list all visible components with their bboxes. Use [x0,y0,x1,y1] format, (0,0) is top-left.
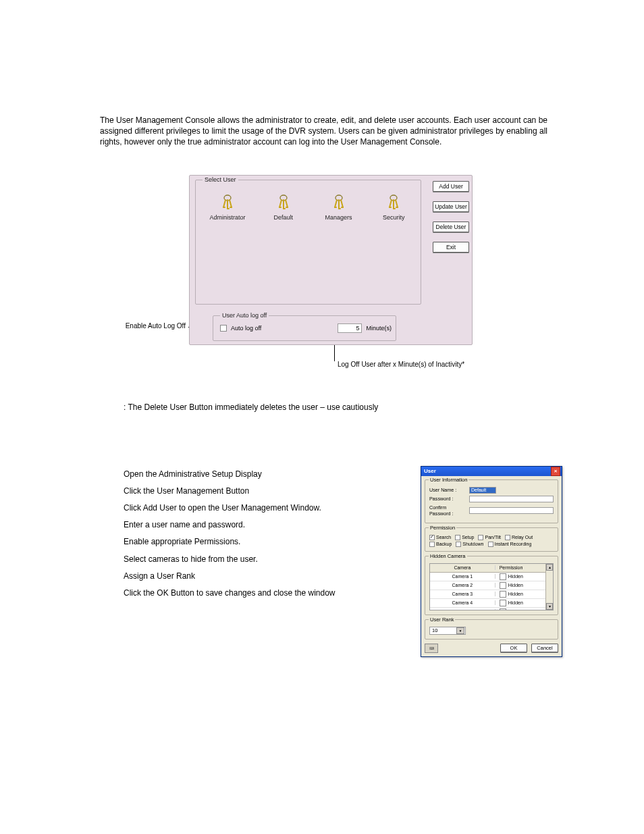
scroll-up-icon[interactable]: ▴ [546,564,553,571]
permission-label: Shutdown [462,542,483,546]
hidden-label: Hidden [508,583,523,588]
checkbox-icon [488,542,493,547]
hidden-label: Hidden [508,592,523,596]
step-line: Enter a user name and password. [124,517,421,533]
keys-icon [275,194,292,211]
user-dialog: User × User Information User Name : Defa… [421,466,562,657]
add-user-button[interactable]: Add User [433,181,469,192]
permission-label: Setup [462,535,474,540]
permission-instant-recording[interactable]: Instant Recording [488,542,532,547]
permission-label: Backup [436,542,452,546]
step-line: Click Add User to open the User Manageme… [124,500,421,517]
checkbox-icon [429,535,435,540]
hidden-checkbox[interactable] [500,591,506,598]
auto-logoff-label: Auto log off [231,325,261,332]
hidden-camera-list[interactable]: Camera Permission Camera 1HiddenCamera 2… [429,563,554,610]
keys-icon [219,194,236,211]
hidden-checkbox[interactable] [500,608,506,610]
hidden-label: Hidden [508,600,523,605]
keyboard-icon[interactable]: ⌨ [425,644,438,653]
hidden-camera-row[interactable]: Camera 2Hidden [430,581,546,590]
user-information-group: User Information User Name : Default Pas… [425,479,558,523]
chevron-down-icon[interactable]: ▼ [456,627,464,634]
confirm-password-field[interactable] [469,507,554,514]
user-rank-combo[interactable]: 10 ▼ [429,627,466,635]
intro-paragraph: The User Management Console allows the a… [100,115,547,148]
user-information-legend: User Information [429,477,468,483]
camera-name: Camera 5 [430,609,495,610]
permission-backup[interactable]: Backup [429,542,452,547]
hidden-camera-group: Hidden Camera Camera Permission Camera 1… [425,556,558,615]
step-line: Click the User Management Button [124,483,421,500]
update-user-button[interactable]: Update User [433,201,469,212]
permission-relay-out[interactable]: Relay Out [505,535,533,540]
checkbox-icon [478,535,483,540]
auto-logoff-group: User Auto log off Auto log off 5 Minute(… [213,315,396,341]
username-field[interactable]: Default [469,487,496,494]
hidden-checkbox[interactable] [500,582,506,589]
hidden-camera-row[interactable]: Camera 4Hidden [430,599,546,608]
hidden-camera-col-camera: Camera [430,565,495,570]
hidden-checkbox[interactable] [500,573,506,580]
auto-logoff-checkbox[interactable] [220,325,227,332]
keys-icon [330,194,348,211]
checkbox-icon [455,535,460,540]
step-line: Enable appropriate Permissions. [124,533,421,550]
hidden-camera-row[interactable]: Camera 3Hidden [430,590,546,599]
password-label: Password : [429,496,467,502]
permission-search[interactable]: Search [429,535,451,540]
permission-shutdown[interactable]: Shutdown [456,542,483,547]
checkbox-icon [429,542,435,547]
step-line: Select cameras to hide from the user. [124,551,421,568]
user-item-managers[interactable]: Managers [323,194,355,221]
user-item-label: Managers [325,214,352,221]
auto-logoff-legend: User Auto log off [220,312,269,319]
user-item-label: Administrator [210,214,246,221]
scroll-down-icon[interactable]: ▾ [546,603,553,610]
scrollbar[interactable]: ▴ ▾ [545,564,553,610]
callout-logoff-after-x: Log Off User after x Minute(s) of Inacti… [338,361,464,368]
hidden-camera-legend: Hidden Camera [429,553,467,559]
permission-legend: Permission [429,525,456,531]
checkbox-icon [456,542,461,547]
ok-button[interactable]: OK [500,644,527,652]
auto-logoff-minutes-unit: Minute(s) [366,325,392,332]
user-rank-legend: User Rank [429,617,455,623]
camera-name: Camera 1 [430,574,495,579]
user-dialog-title: User [424,468,436,474]
camera-name: Camera 3 [430,592,495,596]
keys-icon [385,194,402,211]
hidden-checkbox[interactable] [500,600,506,606]
user-item-security[interactable]: Security [377,194,410,221]
cancel-button[interactable]: Cancel [531,644,558,652]
user-rank-group: User Rank 10 ▼ [425,619,558,640]
checkbox-icon [505,535,510,540]
user-item-label: Security [383,214,405,221]
permission-label: Relay Out [512,535,533,540]
hidden-label: Hidden [508,609,523,610]
permission-label: Instant Recording [495,542,532,546]
hidden-camera-row[interactable]: Camera 1Hidden [430,573,546,581]
user-item-default[interactable]: Default [267,194,300,221]
user-item-administrator[interactable]: Administrator [211,194,244,221]
close-icon[interactable]: × [551,467,560,476]
add-user-steps: Open the Administrative Setup DisplayCli… [124,466,421,602]
exit-button[interactable]: Exit [433,242,469,253]
hidden-camera-row[interactable]: Camera 5Hidden [430,608,546,610]
permission-group: Permission SearchSetupPan/TiltRelay OutB… [425,527,558,552]
step-line: Assign a User Rank [124,568,421,585]
permission-label: Search [436,535,451,540]
permission-pan-tilt[interactable]: Pan/Tilt [478,535,500,540]
user-item-label: Default [274,214,294,221]
password-field[interactable] [469,496,554,502]
hidden-camera-col-permission: Permission [495,565,546,570]
username-label: User Name : [429,487,467,493]
camera-name: Camera 2 [430,583,495,588]
auto-logoff-minutes-field[interactable]: 5 [338,323,362,333]
delete-user-button[interactable]: Delete User [433,221,469,232]
select-user-group: Select User AdministratorDefaultManagers… [195,180,421,305]
step-line: Click the OK Button to save changes and … [124,585,421,602]
permission-setup[interactable]: Setup [455,535,474,540]
permission-label: Pan/Tilt [485,535,500,540]
confirm-password-label: Confirm Password : [429,504,467,517]
